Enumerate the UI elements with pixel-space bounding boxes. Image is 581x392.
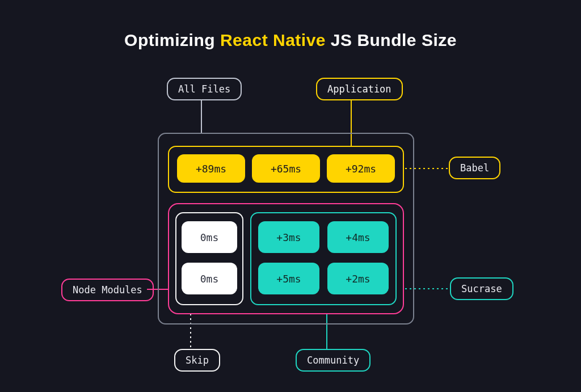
label-sucrase: Sucrase — [450, 277, 513, 300]
label-node-modules: Node Modules — [61, 279, 154, 301]
title-pre: Optimizing — [124, 31, 220, 49]
cell-sucrase-3: +2ms — [327, 263, 389, 294]
cell-skip-0: 0ms — [182, 221, 237, 253]
cell-sucrase-2: +5ms — [258, 263, 319, 294]
title-accent: React Native — [220, 31, 326, 49]
label-skip: Skip — [174, 349, 220, 372]
label-community: Community — [296, 349, 371, 372]
cell-babel-2: +92ms — [327, 154, 395, 183]
label-babel: Babel — [449, 157, 500, 179]
page-title: Optimizing React Native JS Bundle Size — [0, 31, 581, 50]
cell-babel-0: +89ms — [177, 154, 245, 183]
cell-skip-1: 0ms — [182, 263, 237, 294]
label-all-files: All Files — [167, 78, 242, 100]
cell-sucrase-0: +3ms — [258, 221, 319, 253]
title-post: JS Bundle Size — [326, 31, 457, 49]
cell-babel-1: +65ms — [252, 154, 320, 183]
diagram-stage: Optimizing React Native JS Bundle Size A… — [0, 0, 581, 392]
cell-sucrase-1: +4ms — [327, 221, 389, 253]
label-application: Application — [316, 78, 403, 100]
